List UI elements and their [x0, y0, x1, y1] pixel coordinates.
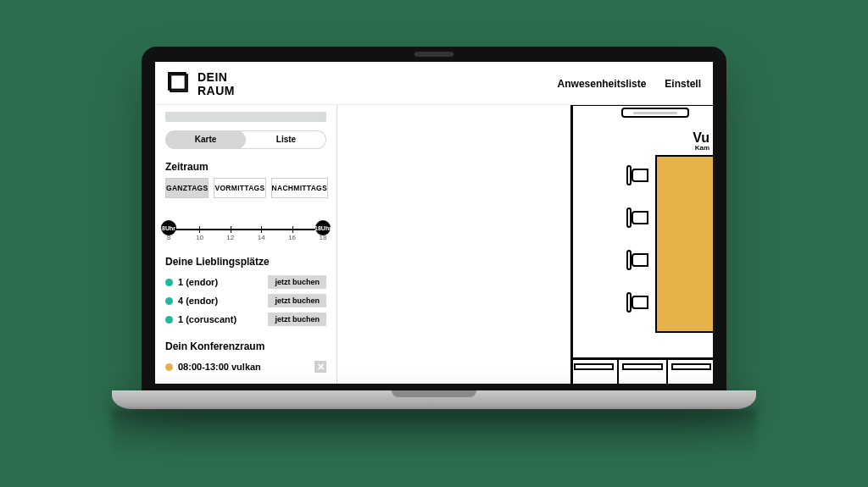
chair-icon[interactable] [626, 208, 648, 228]
logo-text-2: RAUM [198, 84, 235, 97]
conference-item: 08:00-13:00 vulkan [178, 362, 261, 372]
room-label: Vu Kam [693, 131, 709, 152]
slider-tick-12: 12 [226, 234, 234, 241]
book-button[interactable]: jetzt buchen [268, 275, 326, 289]
skeleton-bar [165, 112, 326, 122]
slider-tick-16: 16 [288, 234, 296, 241]
floorplan-room: Vu Kam [570, 105, 713, 384]
room-title: Vu [693, 131, 709, 145]
toggle-karte[interactable]: Karte [165, 130, 246, 149]
nav-attendance[interactable]: Anwesenheitsliste [558, 78, 647, 90]
slider-tick-10: 10 [196, 234, 203, 241]
sidebar: Karte Liste Zeitraum GANZTAGS VORMITTAGS… [155, 105, 337, 384]
list-item: 1 (coruscant) jetzt buchen [165, 310, 326, 329]
slider-end-knob[interactable]: 18Uhr [315, 220, 331, 235]
favorites-heading: Deine Lieblingsplätze [165, 256, 326, 268]
favorite-name: 1 (coruscant) [178, 314, 236, 324]
app-window: DEIN RAUM Anwesenheitsliste Einstell Kar… [155, 62, 713, 384]
status-dot-icon [165, 316, 173, 324]
nav-settings[interactable]: Einstell [665, 78, 701, 90]
close-icon[interactable]: ✕ [314, 361, 326, 373]
period-heading: Zeitraum [165, 161, 326, 173]
book-button[interactable]: jetzt buchen [268, 313, 326, 326]
time-slider[interactable]: 8 10 12 14 16 18 8Uhr 18Uhr [169, 210, 323, 244]
chair-icon[interactable] [626, 250, 648, 270]
period-allday[interactable]: GANZTAGS [165, 178, 209, 198]
status-dot-icon [165, 363, 173, 371]
book-button[interactable]: jetzt buchen [268, 294, 326, 307]
floorplan-area[interactable]: Vu Kam [337, 105, 713, 384]
view-toggle: Karte Liste [165, 130, 326, 149]
conference-table-icon [655, 155, 713, 333]
header: DEIN RAUM Anwesenheitsliste Einstell [155, 62, 713, 105]
favorites-list: 1 (endor) jetzt buchen 4 (endor) jetzt b… [165, 273, 326, 329]
chair-icon[interactable] [626, 165, 648, 185]
conference-heading: Dein Konferenzraum [165, 340, 326, 352]
favorite-name: 1 (endor) [178, 277, 218, 287]
list-item: 1 (endor) jetzt buchen [165, 273, 326, 291]
period-afternoon[interactable]: NACHMITTAGS [271, 178, 328, 198]
conference-row: 08:00-13:00 vulkan ✕ [165, 357, 326, 373]
header-nav: Anwesenheitsliste Einstell [558, 78, 701, 90]
period-morning[interactable]: VORMITTAGS [214, 178, 265, 198]
chair-icon[interactable] [626, 292, 648, 313]
ceiling-lamp-icon [621, 108, 689, 118]
period-buttons: GANZTAGS VORMITTAGS NACHMITTAGS [165, 178, 326, 198]
favorite-name: 4 (endor) [178, 296, 218, 306]
toggle-liste[interactable]: Liste [246, 130, 326, 149]
room-sub: Kam [693, 145, 709, 152]
logo-icon [167, 71, 191, 97]
plan-bottom-strip [570, 357, 713, 384]
list-item: 4 (endor) jetzt buchen [165, 291, 326, 310]
status-dot-icon [165, 279, 173, 286]
logo-text-1: DEIN [198, 70, 235, 84]
logo: DEIN RAUM [167, 70, 235, 97]
slider-tick-14: 14 [258, 234, 265, 241]
status-dot-icon [165, 297, 173, 305]
slider-start-knob[interactable]: 8Uhr [161, 220, 176, 235]
